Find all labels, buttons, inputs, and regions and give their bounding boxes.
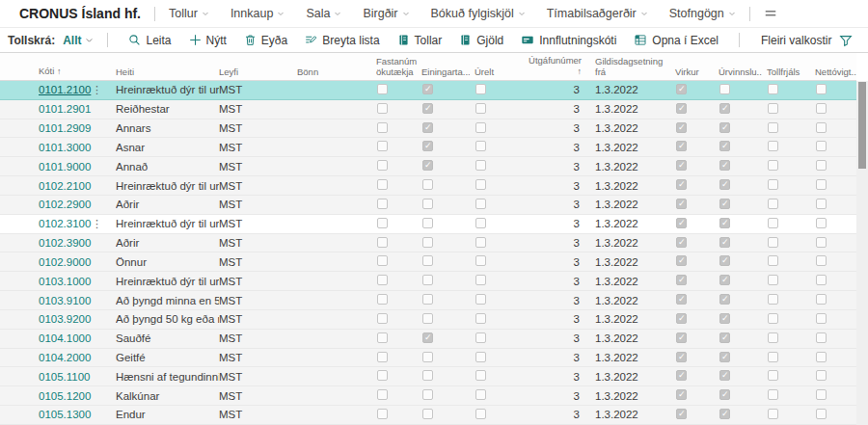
code-link[interactable]: 0102.9000 xyxy=(39,256,91,268)
urvinnslu-checkbox[interactable] xyxy=(719,352,730,362)
urvinnslu-checkbox[interactable] xyxy=(719,199,730,209)
urvinnslu-checkbox[interactable] xyxy=(719,409,730,419)
nettovigt-checkbox[interactable] xyxy=(816,255,827,266)
fastanumer-checkbox[interactable] xyxy=(377,275,388,285)
action-ey-a-button[interactable]: Eyða xyxy=(237,31,294,50)
urvinnslu-checkbox[interactable] xyxy=(719,389,730,400)
vertical-scrollbar[interactable] xyxy=(856,81,868,425)
more-options-button[interactable]: Fleiri valkostir xyxy=(753,31,839,50)
virkur-checkbox[interactable] xyxy=(676,218,687,228)
nettovigt-checkbox[interactable] xyxy=(816,218,827,228)
table-row[interactable]: 0105.1100 ⋮ Hænsni af tegundinni Gallu..… xyxy=(0,367,856,386)
virkur-checkbox[interactable] xyxy=(676,313,687,324)
nettovigt-checkbox[interactable] xyxy=(816,389,827,400)
column-header-fastanumer-okut-kja[interactable]: Fastanúmer ökutækja xyxy=(371,56,417,77)
einingartala-checkbox[interactable] xyxy=(422,141,433,151)
urelt-checkbox[interactable] xyxy=(475,84,486,94)
tollfrjals-checkbox[interactable] xyxy=(768,332,778,343)
einingartala-checkbox[interactable] xyxy=(422,409,433,419)
urvinnslu-checkbox[interactable] xyxy=(719,237,730,248)
column-header-leyfi[interactable]: Leyfi xyxy=(219,66,297,77)
view-filter-dropdown[interactable]: Allt xyxy=(63,34,94,47)
tollfrjals-checkbox[interactable] xyxy=(768,237,778,248)
fastanumer-checkbox[interactable] xyxy=(377,255,388,266)
tollfrjals-checkbox[interactable] xyxy=(768,370,778,381)
urelt-checkbox[interactable] xyxy=(475,179,486,190)
table-row[interactable]: 0102.3900 ⋮ Aðrir MST 3 1.3.2022 xyxy=(0,234,856,253)
table-row[interactable]: 0101.2100 ⋮ Hreinræktuð dýr til undane..… xyxy=(0,81,856,100)
fastanumer-checkbox[interactable] xyxy=(377,160,388,171)
nettovigt-checkbox[interactable] xyxy=(816,237,827,248)
filter-icon[interactable] xyxy=(839,34,853,47)
table-row[interactable]: 0102.9000 ⋮ Önnur MST 3 1.3.2022 xyxy=(0,252,856,272)
action-tollar-button[interactable]: Tollar xyxy=(391,31,449,50)
code-link[interactable]: 0101.2100 xyxy=(39,84,91,95)
code-link[interactable]: 0105.1200 xyxy=(39,390,91,402)
topbar-menu-birg-ir[interactable]: Birgðir xyxy=(363,7,409,20)
urelt-checkbox[interactable] xyxy=(475,237,486,248)
urvinnslu-checkbox[interactable] xyxy=(719,103,730,114)
urvinnslu-checkbox[interactable] xyxy=(719,275,730,285)
einingartala-checkbox[interactable] xyxy=(422,179,433,190)
urvinnslu-checkbox[interactable] xyxy=(719,255,730,266)
nettovigt-checkbox[interactable] xyxy=(816,370,827,381)
virkur-checkbox[interactable] xyxy=(676,237,687,248)
urelt-checkbox[interactable] xyxy=(475,275,486,285)
column-header-nettovigt[interactable]: Nettóvigt... xyxy=(810,66,856,77)
tollfrjals-checkbox[interactable] xyxy=(768,122,778,133)
nettovigt-checkbox[interactable] xyxy=(816,275,827,285)
urvinnslu-checkbox[interactable] xyxy=(719,370,730,381)
urelt-checkbox[interactable] xyxy=(475,160,486,171)
urvinnslu-checkbox[interactable] xyxy=(719,122,730,133)
fastanumer-checkbox[interactable] xyxy=(377,294,388,305)
urelt-checkbox[interactable] xyxy=(475,313,486,324)
code-link[interactable]: 0102.3900 xyxy=(39,237,91,249)
urelt-checkbox[interactable] xyxy=(475,218,486,228)
code-link[interactable]: 0102.3100 xyxy=(39,218,91,229)
code-link[interactable]: 0102.2100 xyxy=(39,180,91,192)
code-link[interactable]: 0101.2909 xyxy=(39,122,91,134)
fastanumer-checkbox[interactable] xyxy=(377,179,388,190)
virkur-checkbox[interactable] xyxy=(676,103,687,114)
tollfrjals-checkbox[interactable] xyxy=(768,275,778,285)
einingartala-checkbox[interactable] xyxy=(422,218,433,228)
virkur-checkbox[interactable] xyxy=(676,199,687,209)
fastanumer-checkbox[interactable] xyxy=(377,352,388,362)
virkur-checkbox[interactable] xyxy=(676,389,687,400)
action-opna-i-excel-button[interactable]: Opna í Excel xyxy=(627,31,725,50)
column-header-heiti[interactable]: Heiti xyxy=(116,66,219,77)
nettovigt-checkbox[interactable] xyxy=(816,313,827,324)
table-row[interactable]: 0103.9100 ⋮ Að þyngd minna en 50 kg MST … xyxy=(0,291,856,310)
fastanumer-checkbox[interactable] xyxy=(377,237,388,248)
table-row[interactable]: 0102.2100 ⋮ Hreinræktuð dýr til undane..… xyxy=(0,176,856,196)
action-gjold-button[interactable]: Gjöld xyxy=(452,31,510,50)
einingartala-checkbox[interactable] xyxy=(422,294,433,305)
column-header-einingarta[interactable]: Einingarta... xyxy=(417,66,470,77)
urelt-checkbox[interactable] xyxy=(475,141,486,151)
code-link[interactable]: 0105.1300 xyxy=(39,409,91,420)
fastanumer-checkbox[interactable] xyxy=(377,409,388,419)
einingartala-checkbox[interactable] xyxy=(422,160,433,171)
table-row[interactable]: 0101.2901 ⋮ Reiðhestar MST 3 1.3.2022 xyxy=(0,100,856,120)
column-header-tollfrjals[interactable]: Tollfrjáls xyxy=(762,66,810,77)
topbar-menu-tollur[interactable]: Tollur xyxy=(169,7,209,20)
table-row[interactable]: 0104.2000 ⋮ Geitfé MST 3 1.3.2022 xyxy=(0,349,856,368)
virkur-checkbox[interactable] xyxy=(676,160,687,171)
urvinnslu-checkbox[interactable] xyxy=(719,294,730,305)
virkur-checkbox[interactable] xyxy=(676,275,687,285)
urelt-checkbox[interactable] xyxy=(475,370,486,381)
nettovigt-checkbox[interactable] xyxy=(816,141,827,151)
nettovigt-checkbox[interactable] xyxy=(816,294,827,305)
urvinnslu-checkbox[interactable] xyxy=(719,160,730,171)
nettovigt-checkbox[interactable] xyxy=(816,199,827,209)
nettovigt-checkbox[interactable] xyxy=(816,332,827,343)
urvinnslu-checkbox[interactable] xyxy=(719,179,730,190)
table-row[interactable]: 0105.1200 ⋮ Kalkúnar MST 3 1.3.2022 xyxy=(0,386,856,406)
urvinnslu-checkbox[interactable] xyxy=(719,332,730,343)
column-header-virkur[interactable]: Virkur xyxy=(670,66,714,77)
tollfrjals-checkbox[interactable] xyxy=(768,141,778,151)
einingartala-checkbox[interactable] xyxy=(422,332,433,343)
einingartala-checkbox[interactable] xyxy=(422,275,433,285)
topbar-menu-sala[interactable]: Sala xyxy=(306,7,341,20)
action-leita-button[interactable]: Leita xyxy=(122,31,177,50)
